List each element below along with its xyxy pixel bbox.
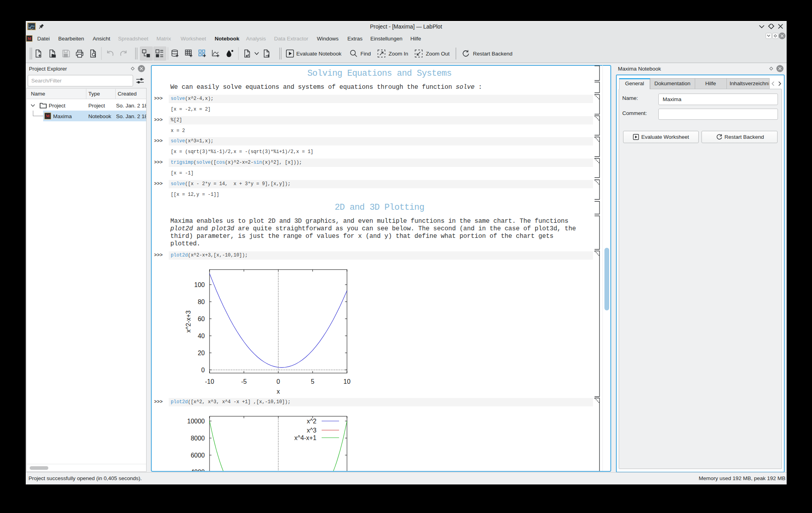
svg-text:8000: 8000	[191, 435, 205, 442]
svg-text:M: M	[27, 36, 31, 41]
svg-text:100: 100	[194, 281, 205, 288]
svg-text:6000: 6000	[191, 452, 205, 459]
svg-text:20: 20	[198, 350, 205, 356]
svg-text:40: 40	[198, 333, 205, 339]
svg-text:x^4-x+1: x^4-x+1	[294, 435, 316, 441]
svg-text:M: M	[46, 114, 50, 118]
svg-text:-5: -5	[241, 378, 247, 385]
svg-text:60: 60	[198, 316, 205, 322]
svg-text:x^2-x+3: x^2-x+3	[185, 310, 192, 333]
svg-text:4000: 4000	[191, 469, 205, 471]
svg-text:0: 0	[276, 378, 280, 385]
svg-text:x^3: x^3	[307, 427, 317, 434]
svg-text:10000: 10000	[187, 418, 205, 425]
svg-text:x: x	[277, 388, 280, 395]
svg-text:10: 10	[343, 378, 351, 385]
svg-text:x^2: x^2	[307, 418, 317, 425]
svg-text:0: 0	[201, 367, 205, 373]
svg-text:-10: -10	[205, 378, 214, 385]
svg-text:5: 5	[311, 378, 315, 385]
svg-text:80: 80	[198, 299, 205, 305]
